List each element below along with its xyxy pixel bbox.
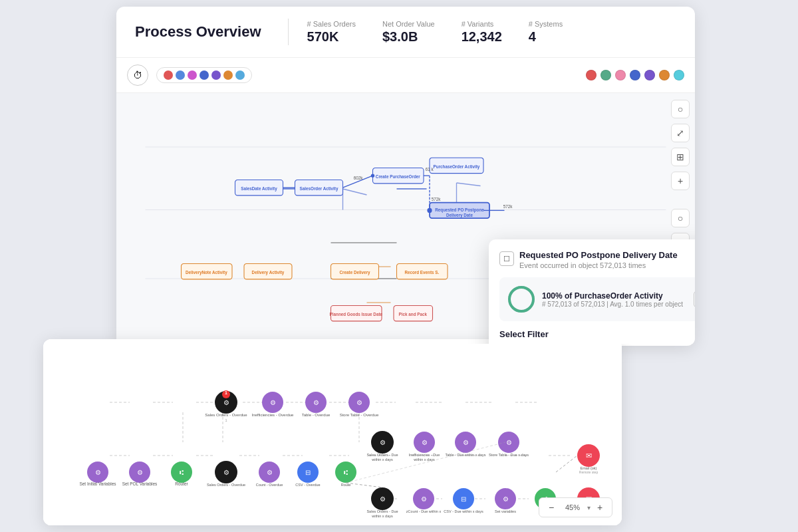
popup-subtitle: Event occurred in object 572,013 times (519, 261, 678, 269)
svg-text:Pick and Pack: Pick and Pack (399, 312, 428, 317)
header-divider (288, 19, 289, 45)
svg-text:⑆: ⑆ (344, 469, 348, 476)
right-color-dot (615, 70, 626, 80)
main-header: Process Overview # Sales Orders 570KNet … (116, 7, 695, 58)
stat-label: # Sales Orders (307, 20, 356, 28)
workflow-svg: ⚙ Set Initial Variables ⚙ Set POL Variab… (43, 339, 622, 525)
svg-text:Inefficiencies - Overdue: Inefficiencies - Overdue (252, 413, 295, 417)
main-body: ⏱ (116, 58, 695, 344)
svg-text:⑆: ⑆ (180, 469, 184, 476)
right-color-dot (600, 70, 611, 80)
right-color-dot (630, 70, 640, 80)
svg-text:Delivery Activity: Delivery Activity (252, 270, 285, 275)
svg-text:Delivery Date: Delivery Date (446, 213, 473, 218)
svg-point-47 (509, 287, 533, 311)
svg-text:Table - Overdue: Table - Overdue (302, 413, 331, 417)
bottom-diagram: ⚙ Set Initial Variables ⚙ Set POL Variab… (43, 339, 622, 525)
timer-button[interactable]: ⏱ (127, 65, 148, 86)
panel-circle2-icon[interactable]: ○ (671, 209, 690, 227)
panel-circle-icon[interactable]: ○ (671, 100, 690, 118)
svg-text:Sales Orders - Due: Sales Orders - Due (366, 453, 398, 457)
svg-text:⊟: ⊟ (461, 495, 466, 503)
svg-text:1: 1 (225, 390, 227, 395)
popup-header-left: ☐ Requested PO Postpone Delivery Date Ev… (499, 250, 678, 269)
svg-text:⚙: ⚙ (223, 469, 229, 476)
zoom-in-button[interactable]: + (593, 501, 606, 514)
svg-text:Store Table - Overdue: Store Table - Overdue (340, 413, 379, 417)
svg-text:Record Events S.: Record Events S. (404, 270, 439, 275)
svg-text:⚙: ⚙ (267, 469, 273, 476)
svg-text:SalesDate Activity: SalesDate Activity (241, 186, 277, 192)
progress-ring (507, 285, 535, 313)
stat-label: # Variants (462, 20, 502, 28)
panel-plus-icon[interactable]: + (671, 172, 690, 190)
svg-text:61 k: 61 k (426, 167, 434, 172)
copy-icon[interactable]: ⧉ (694, 291, 695, 307)
svg-text:Set Initial Variables: Set Initial Variables (79, 481, 116, 486)
clock-icon: ⏱ (133, 70, 142, 80)
svg-text:within x days: within x days (371, 458, 393, 462)
color-dot[interactable] (211, 70, 221, 80)
svg-text:⚙: ⚙ (380, 495, 386, 503)
stat-value: 12,342 (462, 29, 502, 45)
progress-info: 100% of PurchaseOrder Activity # 572,013… (542, 291, 683, 308)
color-dot[interactable] (223, 70, 233, 80)
stat-item: # Systems 4 (529, 20, 563, 45)
svg-text:⚙: ⚙ (313, 399, 319, 406)
right-color-dot (586, 70, 597, 80)
svg-text:CSV - Due within x days: CSV - Due within x days (444, 509, 483, 513)
svg-text:Sales Orders - Due: Sales Orders - Due (366, 509, 398, 513)
svg-text:⚙: ⚙ (223, 399, 229, 406)
svg-text:Count - Overdue: Count - Overdue (256, 483, 283, 487)
panel-resize-icon[interactable]: ⤢ (671, 124, 690, 142)
svg-text:Sales Orders - Overdue: Sales Orders - Overdue (205, 413, 247, 417)
zoom-out-button[interactable]: − (545, 501, 558, 514)
right-color-dot (644, 70, 655, 80)
progress-title: 100% of PurchaseOrder Activity (542, 291, 683, 301)
color-dot[interactable] (235, 70, 245, 80)
color-dot[interactable] (164, 70, 173, 80)
stat-label: # Systems (529, 20, 563, 28)
stat-value: $3.0B (382, 29, 435, 45)
color-dot[interactable] (200, 70, 209, 80)
svg-text:Set POL Variables: Set POL Variables (122, 481, 158, 486)
svg-text:⚙: ⚙ (95, 469, 101, 476)
stat-value: 570K (307, 29, 356, 45)
svg-text:Set variables: Set variables (495, 509, 516, 513)
color-dot[interactable] (188, 70, 197, 80)
svg-text:572k: 572k (503, 204, 513, 209)
svg-text:Planned Goods Issue Date: Planned Goods Issue Date (330, 312, 383, 317)
svg-text:⚙: ⚙ (270, 399, 276, 406)
page-title: Process Overview (135, 23, 261, 41)
stat-item: # Sales Orders 570K (307, 20, 356, 45)
right-color-pills (586, 70, 684, 80)
stat-label: Net Order Value (382, 20, 435, 28)
svg-text:zCount - Due within x: zCount - Due within x (406, 509, 442, 513)
svg-text:⚙: ⚙ (463, 439, 469, 446)
right-panel-icons: ○ ⤢ ⊞ + ○ ⤡ (671, 100, 690, 251)
diagram-area: SalesDate Activity SalesOrder Activity C… (116, 93, 695, 344)
svg-text:⚙: ⚙ (506, 439, 512, 446)
svg-text:Create PurchaseOrder: Create PurchaseOrder (376, 174, 420, 179)
color-pills[interactable] (156, 67, 252, 83)
svg-text:PurchaseOrder Activity: PurchaseOrder Activity (434, 164, 480, 170)
svg-text:Requested PO Postpone: Requested PO Postpone (435, 207, 484, 213)
svg-text:Route: Route (341, 483, 351, 487)
svg-text:1: 1 (225, 418, 227, 422)
svg-text:602k: 602k (354, 176, 364, 180)
color-dot[interactable] (176, 70, 185, 80)
svg-text:SalesOrder Activity: SalesOrder Activity (300, 186, 338, 192)
filter-title: Select Filter (499, 329, 695, 339)
progress-detail: # 572,013 of 572,013 | Avg. 1.0 times pe… (542, 301, 683, 308)
svg-text:✉: ✉ (586, 452, 592, 460)
header-stats: # Sales Orders 570KNet Order Value $3.0B… (307, 20, 676, 45)
svg-text:⚙: ⚙ (422, 439, 428, 446)
progress-section: 100% of PurchaseOrder Activity # 572,013… (499, 277, 695, 321)
svg-text:⚙: ⚙ (380, 439, 386, 446)
svg-text:Create Delivery: Create Delivery (340, 270, 370, 275)
svg-text:⊟: ⊟ (305, 469, 311, 476)
svg-text:within x days: within x days (371, 514, 393, 518)
panel-grid-icon[interactable]: ⊞ (671, 148, 690, 166)
svg-text:⚙: ⚙ (356, 399, 362, 406)
bottom-workflow-card: ⚙ Set Initial Variables ⚙ Set POL Variab… (43, 339, 622, 525)
